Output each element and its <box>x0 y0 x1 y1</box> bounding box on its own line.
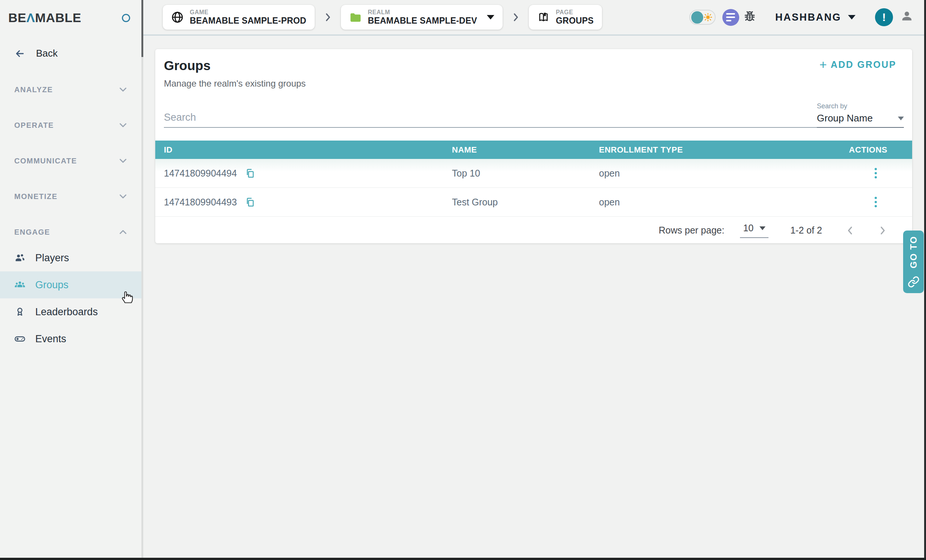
account-menu[interactable]: HASHBANG <box>775 12 855 23</box>
column-header-id: ID <box>164 145 452 155</box>
pagination: Rows per page: 10 1-2 of 2 <box>155 217 912 244</box>
breadcrumb-game-chip[interactable]: GAME BEAMABLE SAMPLE-PROD <box>163 5 315 30</box>
theme-knob-icon <box>691 11 703 24</box>
search-row: Search by Group Name <box>164 104 904 128</box>
table-header: ID NAME ENROLLMENT TYPE ACTIONS <box>155 140 912 159</box>
players-icon <box>14 252 26 264</box>
pagination-range: 1-2 of 2 <box>790 225 822 236</box>
back-label: Back <box>36 48 58 59</box>
column-header-enrollment-type: ENROLLMENT TYPE <box>599 145 822 155</box>
copy-icon[interactable] <box>245 196 256 208</box>
sidebar-collapse-toggle-icon[interactable] <box>122 14 130 22</box>
rows-per-page-select[interactable]: 10 <box>740 223 769 238</box>
app-root: BEΛMABLE Back ANALYZE OPERATE COMMUNICAT… <box>0 0 926 560</box>
sidebar-item-groups[interactable]: Groups <box>0 272 141 298</box>
arrow-left-icon <box>14 48 26 59</box>
account-avatar-icon[interactable] <box>899 9 915 26</box>
caret-down-icon <box>760 226 766 230</box>
sun-icon <box>703 12 713 22</box>
column-header-actions: ACTIONS <box>822 145 912 155</box>
breadcrumb-chip-value: GROUPS <box>556 16 594 26</box>
breadcrumb: GAME BEAMABLE SAMPLE-PROD REALM BEAMABLE… <box>163 5 602 30</box>
group-name: Top 10 <box>452 168 599 179</box>
beamable-logo: BEΛMABLE <box>8 11 82 25</box>
sidebar-section-analyze[interactable]: ANALYZE <box>0 80 141 99</box>
sidebar-item-label: Players <box>35 252 69 264</box>
group-name: Test Group <box>452 197 599 208</box>
section-label: COMMUNICATE <box>14 157 77 165</box>
caret-down-icon <box>487 15 494 20</box>
chevron-down-icon <box>117 191 129 202</box>
sidebar-section-engage[interactable]: ENGAGE <box>0 223 141 242</box>
goto-label: GO TO <box>908 236 919 269</box>
logo-accent-glyph: Λ <box>26 11 35 25</box>
chevron-up-icon <box>117 226 129 238</box>
window-bottom-edge <box>0 558 926 560</box>
sidebar-divider <box>141 0 143 558</box>
sidebar-item-leaderboards[interactable]: Leaderboards <box>0 298 141 325</box>
rows-per-page-value: 10 <box>743 223 754 234</box>
table-row[interactable]: 14741809904494 Top 10 open <box>155 159 912 188</box>
bug-report-icon[interactable] <box>742 9 757 26</box>
sidebar-item-label: Leaderboards <box>35 306 98 318</box>
group-enrollment-type: open <box>599 197 822 208</box>
theme-toggle[interactable] <box>689 10 716 25</box>
globe-icon <box>171 11 184 24</box>
topbar: GAME BEAMABLE SAMPLE-PROD REALM BEAMABLE… <box>143 0 926 36</box>
table-row[interactable]: 14741809904493 Test Group open <box>155 188 912 217</box>
events-icon <box>14 333 26 344</box>
logo-text: MABLE <box>35 11 81 25</box>
leaderboards-icon <box>14 306 26 317</box>
section-label: OPERATE <box>14 121 54 130</box>
breadcrumb-separator-icon <box>323 12 333 22</box>
caret-down-icon <box>848 15 855 20</box>
open-book-icon <box>537 11 550 24</box>
sidebar-item-players[interactable]: Players <box>0 245 141 272</box>
alert-badge[interactable]: ! <box>875 8 893 26</box>
kebab-menu-icon[interactable] <box>872 195 879 210</box>
chevron-down-icon <box>117 119 129 131</box>
breadcrumb-chip-value: BEAMABLE SAMPLE-PROD <box>190 16 306 26</box>
kebab-menu-icon[interactable] <box>872 166 879 181</box>
search-input[interactable] <box>164 112 608 123</box>
window-right-edge <box>924 0 926 560</box>
page-subtitle: Manage the realm's existing groups <box>164 78 903 89</box>
search-by-select[interactable]: Search by Group Name <box>817 102 904 128</box>
sidebar-item-events[interactable]: Events <box>0 325 141 352</box>
section-label: ENGAGE <box>14 228 50 237</box>
caret-down-icon <box>898 116 904 120</box>
goto-tab[interactable]: GO TO <box>903 231 924 293</box>
sidebar-nav: ANALYZE OPERATE COMMUNICATE MONETIZE ENG… <box>0 80 141 352</box>
groups-card: Groups Manage the realm's existing group… <box>155 49 912 243</box>
sidebar-section-monetize[interactable]: MONETIZE <box>0 187 141 206</box>
sidebar-item-label: Events <box>35 333 67 345</box>
sidebar-item-label: Groups <box>35 279 69 291</box>
copy-icon[interactable] <box>245 168 256 179</box>
link-icon <box>908 276 920 288</box>
breadcrumb-chip-label: GAME <box>190 9 306 16</box>
back-button[interactable]: Back <box>0 25 141 59</box>
page-title: Groups <box>164 58 903 73</box>
next-page-icon[interactable] <box>877 225 888 236</box>
breadcrumb-chip-label: PAGE <box>556 9 594 16</box>
folder-icon <box>349 11 362 24</box>
plus-icon: + <box>820 58 827 71</box>
breadcrumb-page-chip[interactable]: PAGE GROUPS <box>529 5 602 30</box>
breadcrumb-separator-icon <box>511 12 520 22</box>
sidebar: BEΛMABLE Back ANALYZE OPERATE COMMUNICAT… <box>0 0 141 558</box>
previous-page-icon[interactable] <box>844 225 856 236</box>
chevron-down-icon <box>117 155 129 166</box>
section-label: ANALYZE <box>14 86 53 94</box>
search-by-value: Group Name <box>817 112 873 124</box>
add-group-button[interactable]: + ADD GROUP <box>820 58 896 71</box>
changelog-icon[interactable] <box>722 9 739 26</box>
sidebar-section-communicate[interactable]: COMMUNICATE <box>0 151 141 170</box>
add-group-label: ADD GROUP <box>831 59 896 70</box>
rows-per-page-label: Rows per page: <box>658 225 724 236</box>
search-by-label: Search by <box>817 102 904 110</box>
breadcrumb-chip-value: BEAMABLE SAMPLE-DEV <box>368 16 477 26</box>
sidebar-section-operate[interactable]: OPERATE <box>0 116 141 134</box>
breadcrumb-realm-chip[interactable]: REALM BEAMABLE SAMPLE-DEV <box>341 5 502 30</box>
chevron-down-icon <box>117 84 129 95</box>
group-id: 14741809904493 <box>164 197 237 208</box>
